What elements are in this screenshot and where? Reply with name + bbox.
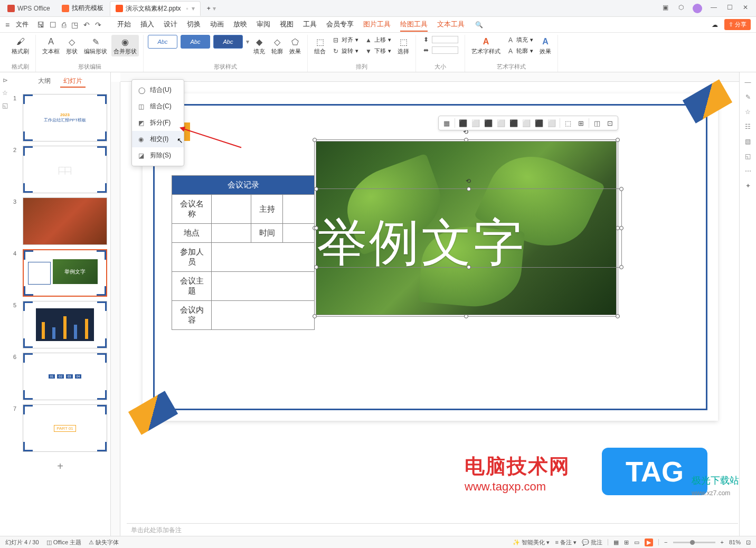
outline-button[interactable]: ◇轮廓 [269, 35, 285, 56]
edit-shape-button[interactable]: ✎编辑形状 [82, 35, 109, 56]
panel-icon[interactable]: ▣ [661, 4, 669, 13]
img-tool-group-icon[interactable]: ◫ [592, 118, 602, 128]
tab-dropdown-icon[interactable]: ▾ [192, 5, 195, 12]
tab-insert[interactable]: 插入 [140, 18, 154, 32]
side-star-icon[interactable]: ☆ [745, 108, 751, 116]
fit-icon[interactable]: ⊡ [746, 539, 751, 546]
view-reading-icon[interactable]: ▭ [634, 539, 639, 546]
style-preset-2[interactable]: Abc [181, 35, 210, 49]
slide-thumb-5[interactable] [23, 301, 107, 348]
cube-icon[interactable]: ⬡ [677, 4, 685, 13]
height-input[interactable]: ⬍ [420, 35, 460, 44]
side-select-icon[interactable]: ◱ [745, 153, 751, 160]
slide-thumb-4[interactable]: 举例文字 [23, 249, 107, 297]
gallery-more-icon[interactable]: ▾ [246, 38, 249, 45]
tab-transition[interactable]: 切换 [187, 18, 201, 32]
notes-pane[interactable]: 单击此处添加备注 [127, 523, 738, 536]
effect-button[interactable]: ⬠效果 [287, 35, 303, 56]
tab-home[interactable]: 开始 [117, 18, 131, 32]
img-tool-align-left-icon[interactable]: ⬛ [458, 118, 468, 128]
zoom-value[interactable]: 81% [729, 539, 741, 545]
comments-button[interactable]: 💬 批注 [582, 538, 602, 546]
view-slideshow-icon[interactable]: ▶ [645, 538, 653, 546]
height-field[interactable] [432, 36, 458, 43]
menu-icon[interactable]: ≡ [5, 21, 10, 29]
menu-intersect[interactable]: ◉相交(I) [132, 131, 184, 147]
width-field[interactable] [432, 46, 458, 54]
new-icon[interactable]: ☐ [50, 21, 56, 29]
view-normal-icon[interactable]: ▦ [613, 539, 619, 546]
style-preset-1[interactable]: Abc [148, 35, 177, 49]
zoom-slider[interactable] [673, 542, 715, 543]
format-painter-button[interactable]: 🖌格式刷 [10, 35, 31, 56]
example-text[interactable]: 举例文字 [317, 210, 623, 277]
send-backward-button[interactable]: ▼下移▾ [363, 46, 393, 56]
theme-indicator[interactable]: ◫ Office 主题 [46, 538, 82, 546]
img-tool-align-top-icon[interactable]: ⬜ [496, 118, 506, 128]
menu-combine[interactable]: ◫组合(C) [132, 98, 184, 115]
nav-star-icon[interactable]: ☆ [2, 89, 8, 97]
bring-forward-button[interactable]: ▲上移▾ [363, 35, 393, 45]
share-button[interactable]: ⇧ 分享 [724, 19, 751, 30]
tab-slideshow[interactable]: 放映 [233, 18, 247, 32]
img-tool-align-right-icon[interactable]: ⬛ [484, 118, 493, 128]
combine-button[interactable]: ⬚组合 [312, 35, 328, 56]
add-slide-button[interactable]: + [13, 456, 107, 477]
rotate-button[interactable]: ↻旋转▾ [330, 46, 361, 56]
smart-beautify-button[interactable]: ✨ 智能美化 ▾ [513, 538, 550, 546]
side-more-icon[interactable]: ⋯ [745, 167, 751, 175]
img-tool-align-center-icon[interactable]: ⬜ [471, 118, 480, 128]
redo-icon[interactable]: ↷ [95, 21, 101, 29]
app-tab[interactable]: WPS Office [2, 1, 55, 16]
slide-thumb-7[interactable]: PART 01 [23, 404, 107, 452]
preview-icon[interactable]: ◳ [71, 21, 78, 29]
table-cell[interactable]: 会议内容 [172, 301, 212, 330]
table-cell[interactable]: 时间 [251, 224, 283, 243]
slide-thumb-1[interactable]: 2023工作总结汇报PPT模板 [23, 94, 107, 141]
side-style-icon[interactable]: ✎ [745, 93, 751, 101]
tab-tools[interactable]: 工具 [303, 18, 317, 32]
tab-review[interactable]: 审阅 [257, 18, 270, 32]
merge-shape-button[interactable]: ◉合并形状 [111, 35, 139, 56]
img-tool-same-icon[interactable]: ⊞ [576, 118, 585, 128]
menu-subtract[interactable]: ◪剪除(S) [132, 147, 184, 164]
text-outline-button[interactable]: A轮廓▾ [505, 46, 535, 56]
img-tool-match-icon[interactable]: ⬚ [563, 118, 573, 128]
img-tool-align-bot-icon[interactable]: ⬜ [522, 118, 531, 128]
tab-view[interactable]: 视图 [280, 18, 294, 32]
tab-menu-icon[interactable]: ▫ [186, 5, 188, 12]
side-effects-icon[interactable]: ✦ [745, 182, 751, 190]
zoom-out-icon[interactable]: − [664, 539, 667, 545]
save-icon[interactable]: 🖫 [37, 21, 44, 29]
file-menu[interactable]: 文件 [12, 18, 33, 31]
side-collapse-icon[interactable]: — [745, 79, 751, 86]
fill-button[interactable]: ◆填充 [251, 35, 267, 56]
width-input[interactable]: ⬌ [420, 45, 460, 55]
nav-layers-icon[interactable]: ◱ [2, 102, 8, 109]
slide-thumb-6[interactable]: 01020304 [23, 353, 107, 400]
close-button[interactable]: ✕ [741, 4, 750, 13]
shape-style-gallery[interactable]: Abc Abc Abc ▾ [148, 35, 249, 49]
img-tool-dist-v-icon[interactable]: ⬜ [547, 118, 556, 128]
nav-pin-icon[interactable]: ⊳ [3, 77, 8, 84]
table-cell[interactable]: 主持 [251, 195, 283, 224]
tab-member[interactable]: 会员专享 [326, 18, 354, 32]
menu-union[interactable]: ◯结合(U) [132, 82, 184, 98]
new-tab-button[interactable]: + ▾ [202, 1, 221, 16]
text-effect-button[interactable]: A效果 [537, 35, 553, 56]
rotate-handle-icon[interactable]: ⟲ [466, 177, 471, 185]
img-tool-crop-icon[interactable]: ▦ [442, 118, 451, 128]
maximize-button[interactable]: ☐ [725, 4, 734, 13]
shape-button[interactable]: ◇形状 [64, 35, 80, 56]
search-icon[interactable]: 🔍 [475, 21, 483, 29]
template-tab[interactable]: 找稻壳模板 [56, 1, 109, 16]
text-fill-button[interactable]: A填充▾ [505, 35, 535, 45]
table-cell[interactable]: 会议主题 [172, 272, 212, 301]
cloud-icon[interactable]: ☁ [712, 21, 718, 29]
slides-tab[interactable]: 幻灯片 [60, 75, 86, 88]
align-button[interactable]: ⊟对齐▾ [330, 35, 361, 45]
tab-picture-tools[interactable]: 图片工具 [363, 18, 391, 32]
art-style-button[interactable]: A艺术字样式 [469, 35, 503, 56]
side-clipboard-icon[interactable]: ☷ [745, 123, 751, 130]
table-cell[interactable]: 参加人员 [172, 243, 212, 272]
